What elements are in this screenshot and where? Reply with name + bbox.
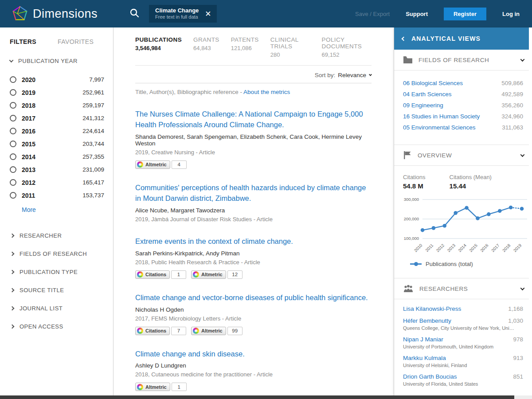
metric-badge[interactable]: Altmetric 4 xyxy=(135,160,187,169)
year-filter-row[interactable]: 2017 241,312 xyxy=(0,112,113,125)
brand[interactable]: Dimensions xyxy=(12,5,98,22)
sort-dropdown[interactable]: Relevance xyxy=(338,72,372,78)
metric-badge[interactable]: Citations 7 xyxy=(135,327,186,335)
publication-year-section-header[interactable]: PUBLICATION YEAR xyxy=(0,58,113,64)
year-filter-row[interactable]: 2013 231,009 xyxy=(0,163,113,176)
tab-filters[interactable]: FILTERS xyxy=(10,38,36,45)
researcher-name-link[interactable]: Markku Kulmala xyxy=(403,355,446,361)
publication-year-title: PUBLICATION YEAR xyxy=(18,58,78,64)
legend-label: Publications (total) xyxy=(426,261,473,267)
radio-button[interactable] xyxy=(10,128,16,134)
filter-section-collapsed[interactable]: OPEN ACCESS xyxy=(0,317,113,336)
overview-stats: Citations 54.8 M Citations (Mean) 15.44 xyxy=(394,166,532,192)
field-of-research-row[interactable]: 09 Engineering 356,260 xyxy=(403,100,523,111)
metric-badge[interactable]: Altmetric 99 xyxy=(191,327,243,335)
researcher-name-link[interactable]: Drion Garth Boucias xyxy=(403,373,457,380)
radio-button[interactable] xyxy=(10,141,16,147)
year-filter-row[interactable]: 2018 259,197 xyxy=(0,99,113,112)
researchers-section-header[interactable]: RESEARCHERS xyxy=(394,278,532,299)
content-type-tab[interactable]: POLICY DOCUMENTS 69,152 xyxy=(322,36,372,58)
year-filter-row[interactable]: 2011 153,737 xyxy=(0,189,113,202)
fields-of-research-section-header[interactable]: FIELDS OF RESEARCH xyxy=(394,50,532,70)
radio-button[interactable] xyxy=(10,115,16,121)
chart-legend[interactable]: Publications (total) xyxy=(394,259,532,278)
filter-section-collapsed[interactable]: RESEARCHER xyxy=(0,227,113,245)
publication-title-link[interactable]: Climate change and vector-borne diseases… xyxy=(135,293,370,303)
support-link[interactable]: Support xyxy=(406,11,428,17)
publication-title-link[interactable]: The Nurses Climate Challenge: A National… xyxy=(135,109,370,130)
content-type-tab[interactable]: GRANTS 64,843 xyxy=(193,36,219,58)
content-type-tab[interactable]: PUBLICATIONS 3,546,984 xyxy=(135,36,182,58)
field-link[interactable]: 09 Engineering xyxy=(403,102,443,109)
year-filter-row[interactable]: 2019 252,961 xyxy=(0,86,113,99)
field-link[interactable]: 05 Environmental Sciences xyxy=(403,124,476,131)
content-type-tab[interactable]: PATENTS 121,086 xyxy=(231,36,259,58)
about-metrics-link[interactable]: About the metrics xyxy=(243,89,290,95)
login-link[interactable]: Log in xyxy=(502,11,520,17)
overview-section-header[interactable]: OVERVIEW xyxy=(394,145,532,165)
filter-section-collapsed[interactable]: PUBLICATION TYPE xyxy=(0,263,113,281)
publication-title-link[interactable]: Communities' perceptions of health hazar… xyxy=(135,183,370,204)
filter-section-collapsed[interactable]: SOURCE TITLE xyxy=(0,281,113,299)
metric-badge[interactable]: Altmetric 12 xyxy=(191,270,243,279)
close-icon[interactable]: ✕ xyxy=(205,9,211,19)
radio-button[interactable] xyxy=(10,166,16,173)
publication-result: The Nurses Climate Challenge: A National… xyxy=(135,109,372,169)
field-of-research-row[interactable]: 05 Environmental Sciences 311,063 xyxy=(403,122,523,133)
radio-button[interactable] xyxy=(10,76,16,83)
year-count: 7,997 xyxy=(89,76,104,83)
filter-section-collapsed[interactable]: JOURNAL LIST xyxy=(0,299,113,317)
field-of-research-row[interactable]: 06 Biological Sciences 509,866 xyxy=(403,78,523,89)
year-label: 2015 xyxy=(22,141,35,148)
collapsed-filter-sections: RESEARCHER FIELDS OF RESEARCH PUBLICATIO… xyxy=(0,227,113,336)
analytical-views-panel: ANALYTICAL VIEWS FIELDS OF RESEARCH 06 B… xyxy=(394,27,532,399)
svg-text:2013: 2013 xyxy=(446,243,456,253)
metric-badge[interactable]: Altmetric 1 xyxy=(135,383,187,391)
publication-title-link[interactable]: Climate change and skin disease. xyxy=(135,349,370,360)
year-filter-row[interactable]: 2020 7,997 xyxy=(0,73,113,86)
year-count: 231,009 xyxy=(82,166,104,173)
field-of-research-row[interactable]: 16 Studies in Human Society 324,960 xyxy=(403,111,523,122)
search-query-text: Climate Change xyxy=(155,7,199,14)
save-export-link[interactable]: Save / Export xyxy=(355,11,390,17)
year-label: 2017 xyxy=(22,115,35,122)
metric-badges: Citations 7 Altmetric 99 xyxy=(135,327,372,335)
content-type-tab[interactable]: CLINICAL TRIALS 280 xyxy=(270,36,310,58)
field-link[interactable]: 04 Earth Sciences xyxy=(403,91,452,98)
badge-value: 1 xyxy=(172,383,187,391)
bottom-scrollbar[interactable] xyxy=(0,395,514,399)
researcher-row: Markku Kulmala 913 University of Helsink… xyxy=(403,355,523,368)
field-of-research-row[interactable]: 04 Earth Sciences 492,589 xyxy=(403,89,523,100)
radio-button[interactable] xyxy=(10,102,16,109)
radio-button[interactable] xyxy=(10,153,16,160)
year-filter-row[interactable]: 2014 257,355 xyxy=(0,150,113,163)
more-years-link[interactable]: More xyxy=(22,206,113,213)
year-filter-row[interactable]: 2015 203,744 xyxy=(0,137,113,150)
field-count: 311,063 xyxy=(502,124,523,131)
year-filter-row[interactable]: 2012 165,417 xyxy=(0,176,113,189)
search-query-chip[interactable]: Climate Change Free text in full data ✕ xyxy=(149,5,217,23)
svg-text:2012: 2012 xyxy=(435,243,445,253)
badge-label: Altmetric xyxy=(145,162,167,167)
field-link[interactable]: 16 Studies in Human Society xyxy=(403,113,480,120)
stat-value: 15.44 xyxy=(450,182,492,190)
tab-count: 3,546,984 xyxy=(135,45,182,51)
search-icon[interactable] xyxy=(129,8,139,20)
publication-title-link[interactable]: Extreme events in the context of climate… xyxy=(135,236,370,247)
tab-favorites[interactable]: FAVORITES xyxy=(58,38,94,45)
researcher-name-link[interactable]: Lisa Kilanowski-Press xyxy=(403,305,461,312)
badge-label: Citations xyxy=(145,272,166,277)
field-link[interactable]: 06 Biological Sciences xyxy=(403,80,463,86)
badge-donut-icon xyxy=(137,271,143,278)
filter-section-collapsed[interactable]: FIELDS OF RESEARCH xyxy=(0,245,113,263)
radio-button[interactable] xyxy=(10,192,16,199)
radio-button[interactable] xyxy=(10,89,16,96)
field-count: 324,960 xyxy=(501,113,523,120)
radio-button[interactable] xyxy=(10,179,16,186)
analytical-views-header[interactable]: ANALYTICAL VIEWS xyxy=(394,27,529,50)
year-filter-row[interactable]: 2016 224,614 xyxy=(0,125,113,137)
researcher-name-link[interactable]: Nipan J Maniar xyxy=(403,336,443,343)
researcher-name-link[interactable]: Héfer Bembenutty xyxy=(403,317,451,324)
metric-badge[interactable]: Citations 1 xyxy=(135,270,186,279)
register-button[interactable]: Register xyxy=(444,8,486,20)
